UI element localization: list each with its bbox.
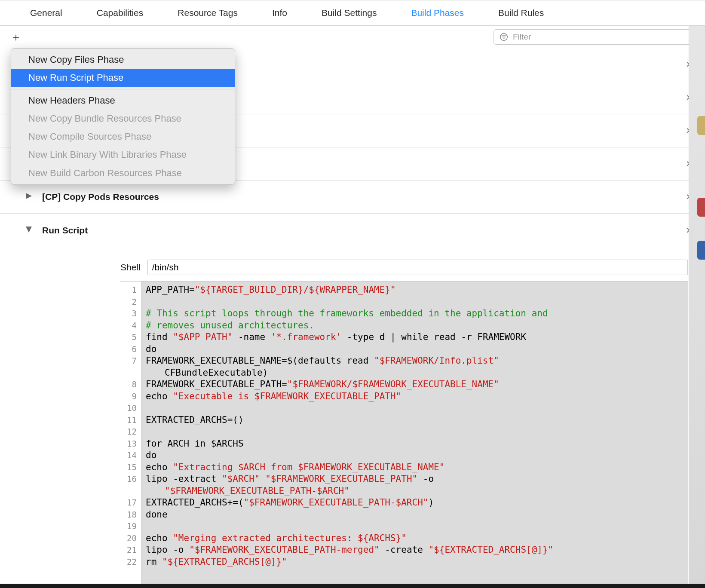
chevron-right-icon [26, 193, 34, 201]
tab-build-phases[interactable]: Build Phases [394, 0, 481, 26]
marker [697, 198, 705, 217]
shell-label: Shell [120, 262, 141, 273]
marker [697, 241, 705, 260]
filter-field[interactable] [494, 29, 696, 45]
menu-item: New Link Binary With Libraries Phase [11, 146, 235, 164]
bottom-bar [0, 584, 705, 588]
filter-icon [499, 32, 509, 42]
add-phase-button[interactable]: ＋ [10, 31, 22, 43]
chevron-down-icon [26, 226, 34, 235]
tab-resource-tags[interactable]: Resource Tags [160, 0, 255, 26]
line-gutter: 12345678910111213141516171819202122 [120, 282, 141, 588]
tab-bar: General Capabilities Resource Tags Info … [0, 0, 705, 26]
phase-title: [CP] Copy Pods Resources [42, 192, 686, 202]
filter-input[interactable] [513, 32, 690, 42]
script-editor[interactable]: 12345678910111213141516171819202122 APP_… [120, 281, 688, 588]
menu-item[interactable]: New Headers Phase [11, 92, 235, 110]
menu-separator [11, 89, 235, 89]
tab-capabilities[interactable]: Capabilities [80, 0, 161, 26]
phase-cp-copy-pods-resources[interactable]: [CP] Copy Pods Resources ✕ [0, 181, 705, 214]
menu-item: New Compile Sources Phase [11, 128, 235, 146]
marker [697, 116, 705, 135]
script-code[interactable]: APP_PATH="${TARGET_BUILD_DIR}/${WRAPPER_… [141, 282, 688, 588]
shell-input[interactable] [147, 260, 688, 275]
svg-marker-5 [26, 227, 32, 233]
menu-item[interactable]: New Copy Files Phase [11, 51, 235, 69]
phase-run-script[interactable]: Run Script ✕ [0, 214, 705, 247]
menu-item: New Copy Bundle Resources Phase [11, 110, 235, 128]
tab-build-rules[interactable]: Build Rules [481, 0, 561, 26]
toolbar: ＋ [0, 26, 705, 48]
scrollbar-track[interactable] [689, 26, 705, 584]
run-script-body: Shell 1234567891011121314151617181920212… [0, 247, 705, 588]
build-phases-list: [CP] Copy Pods Resources ✕ Run Script ✕ … [0, 181, 705, 588]
tab-general[interactable]: General [13, 0, 80, 26]
menu-item: New Build Carbon Resources Phase [11, 164, 235, 182]
plus-icon: ＋ [10, 31, 21, 43]
add-phase-menu: New Copy Files PhaseNew Run Script Phase… [11, 48, 235, 185]
phase-title: Run Script [42, 225, 686, 236]
tab-info[interactable]: Info [255, 0, 304, 26]
tab-build-settings[interactable]: Build Settings [304, 0, 394, 26]
menu-item[interactable]: New Run Script Phase [11, 69, 235, 87]
svg-marker-4 [26, 193, 32, 199]
